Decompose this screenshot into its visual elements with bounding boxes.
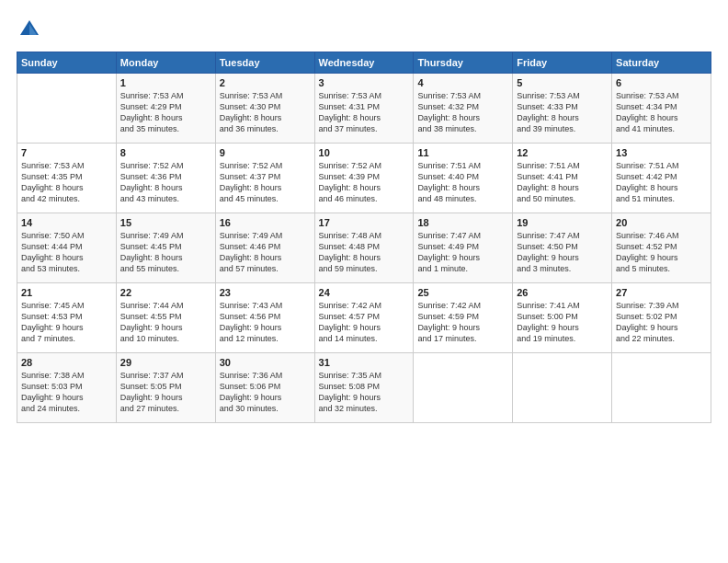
weekday-header-row: SundayMondayTuesdayWednesdayThursdayFrid… <box>17 52 711 74</box>
calendar-week-1: 1Sunrise: 7:53 AM Sunset: 4:29 PM Daylig… <box>17 74 711 144</box>
cell-details: Sunrise: 7:49 AM Sunset: 4:46 PM Dayligh… <box>220 230 311 275</box>
calendar-cell: 29Sunrise: 7:37 AM Sunset: 5:05 PM Dayli… <box>116 353 215 423</box>
calendar-cell: 9Sunrise: 7:52 AM Sunset: 4:37 PM Daylig… <box>215 144 314 213</box>
calendar-cell: 11Sunrise: 7:51 AM Sunset: 4:40 PM Dayli… <box>414 144 513 213</box>
cell-details: Sunrise: 7:47 AM Sunset: 4:50 PM Dayligh… <box>517 230 608 275</box>
date-number: 21 <box>21 287 112 298</box>
cell-details: Sunrise: 7:53 AM Sunset: 4:35 PM Dayligh… <box>21 160 112 205</box>
cell-details: Sunrise: 7:52 AM Sunset: 4:36 PM Dayligh… <box>120 160 211 205</box>
calendar-cell: 7Sunrise: 7:53 AM Sunset: 4:35 PM Daylig… <box>17 144 117 213</box>
calendar-cell: 22Sunrise: 7:44 AM Sunset: 4:55 PM Dayli… <box>116 283 215 353</box>
calendar-week-3: 14Sunrise: 7:50 AM Sunset: 4:44 PM Dayli… <box>17 213 711 283</box>
date-number: 13 <box>616 147 707 158</box>
cell-details: Sunrise: 7:50 AM Sunset: 4:44 PM Dayligh… <box>21 230 112 275</box>
header <box>17 17 711 42</box>
logo-icon <box>17 17 42 42</box>
date-number: 30 <box>220 357 311 368</box>
date-number: 16 <box>220 217 311 228</box>
calendar-cell: 20Sunrise: 7:46 AM Sunset: 4:52 PM Dayli… <box>612 213 711 283</box>
calendar-cell: 26Sunrise: 7:41 AM Sunset: 5:00 PM Dayli… <box>513 283 612 353</box>
date-number: 27 <box>616 287 707 298</box>
calendar-cell: 30Sunrise: 7:36 AM Sunset: 5:06 PM Dayli… <box>215 353 314 423</box>
calendar-cell: 28Sunrise: 7:38 AM Sunset: 5:03 PM Dayli… <box>17 353 117 423</box>
date-number: 8 <box>120 147 211 158</box>
cell-details: Sunrise: 7:37 AM Sunset: 5:05 PM Dayligh… <box>120 370 211 415</box>
date-number: 2 <box>220 77 311 88</box>
date-number: 29 <box>120 357 211 368</box>
cell-details: Sunrise: 7:35 AM Sunset: 5:08 PM Dayligh… <box>319 370 410 415</box>
date-number: 12 <box>517 147 608 158</box>
calendar-cell: 16Sunrise: 7:49 AM Sunset: 4:46 PM Dayli… <box>215 213 314 283</box>
date-number: 17 <box>319 217 410 228</box>
calendar-cell: 27Sunrise: 7:39 AM Sunset: 5:02 PM Dayli… <box>612 283 711 353</box>
weekday-monday: Monday <box>116 52 215 74</box>
calendar-cell: 1Sunrise: 7:53 AM Sunset: 4:29 PM Daylig… <box>116 74 215 144</box>
cell-details: Sunrise: 7:41 AM Sunset: 5:00 PM Dayligh… <box>517 300 608 345</box>
calendar-cell: 6Sunrise: 7:53 AM Sunset: 4:34 PM Daylig… <box>612 74 711 144</box>
date-number: 6 <box>616 77 707 88</box>
date-number: 26 <box>517 287 608 298</box>
calendar-cell: 18Sunrise: 7:47 AM Sunset: 4:49 PM Dayli… <box>414 213 513 283</box>
cell-details: Sunrise: 7:38 AM Sunset: 5:03 PM Dayligh… <box>21 370 112 415</box>
cell-details: Sunrise: 7:47 AM Sunset: 4:49 PM Dayligh… <box>417 230 508 275</box>
calendar-cell <box>513 353 612 423</box>
cell-details: Sunrise: 7:53 AM Sunset: 4:31 PM Dayligh… <box>319 90 410 135</box>
calendar-cell: 2Sunrise: 7:53 AM Sunset: 4:30 PM Daylig… <box>215 74 314 144</box>
calendar-cell <box>17 74 117 144</box>
cell-details: Sunrise: 7:43 AM Sunset: 4:56 PM Dayligh… <box>220 300 311 345</box>
date-number: 24 <box>319 287 410 298</box>
date-number: 25 <box>417 287 508 298</box>
calendar-week-5: 28Sunrise: 7:38 AM Sunset: 5:03 PM Dayli… <box>17 353 711 423</box>
calendar-cell <box>414 353 513 423</box>
date-number: 23 <box>220 287 311 298</box>
cell-details: Sunrise: 7:39 AM Sunset: 5:02 PM Dayligh… <box>616 300 707 345</box>
calendar-cell: 24Sunrise: 7:42 AM Sunset: 4:57 PM Dayli… <box>314 283 414 353</box>
page: SundayMondayTuesdayWednesdayThursdayFrid… <box>0 0 728 563</box>
cell-details: Sunrise: 7:45 AM Sunset: 4:53 PM Dayligh… <box>21 300 112 345</box>
calendar-cell: 31Sunrise: 7:35 AM Sunset: 5:08 PM Dayli… <box>314 353 414 423</box>
cell-details: Sunrise: 7:36 AM Sunset: 5:06 PM Dayligh… <box>220 370 311 415</box>
date-number: 3 <box>319 77 410 88</box>
cell-details: Sunrise: 7:51 AM Sunset: 4:40 PM Dayligh… <box>417 160 508 205</box>
calendar-cell: 10Sunrise: 7:52 AM Sunset: 4:39 PM Dayli… <box>314 144 414 213</box>
date-number: 28 <box>21 357 112 368</box>
date-number: 9 <box>220 147 311 158</box>
calendar-cell <box>612 353 711 423</box>
weekday-saturday: Saturday <box>612 52 711 74</box>
calendar-week-4: 21Sunrise: 7:45 AM Sunset: 4:53 PM Dayli… <box>17 283 711 353</box>
cell-details: Sunrise: 7:48 AM Sunset: 4:48 PM Dayligh… <box>319 230 410 275</box>
calendar-cell: 23Sunrise: 7:43 AM Sunset: 4:56 PM Dayli… <box>215 283 314 353</box>
calendar-cell: 5Sunrise: 7:53 AM Sunset: 4:33 PM Daylig… <box>513 74 612 144</box>
date-number: 11 <box>417 147 508 158</box>
weekday-sunday: Sunday <box>17 52 117 74</box>
cell-details: Sunrise: 7:53 AM Sunset: 4:32 PM Dayligh… <box>417 90 508 135</box>
calendar-week-2: 7Sunrise: 7:53 AM Sunset: 4:35 PM Daylig… <box>17 144 711 213</box>
weekday-tuesday: Tuesday <box>215 52 314 74</box>
date-number: 7 <box>21 147 112 158</box>
cell-details: Sunrise: 7:53 AM Sunset: 4:29 PM Dayligh… <box>120 90 211 135</box>
calendar-cell: 14Sunrise: 7:50 AM Sunset: 4:44 PM Dayli… <box>17 213 117 283</box>
calendar-table: SundayMondayTuesdayWednesdayThursdayFrid… <box>17 52 711 423</box>
cell-details: Sunrise: 7:42 AM Sunset: 4:57 PM Dayligh… <box>319 300 410 345</box>
date-number: 14 <box>21 217 112 228</box>
logo <box>17 17 46 42</box>
calendar-cell: 12Sunrise: 7:51 AM Sunset: 4:41 PM Dayli… <box>513 144 612 213</box>
calendar-cell: 25Sunrise: 7:42 AM Sunset: 4:59 PM Dayli… <box>414 283 513 353</box>
date-number: 1 <box>120 77 211 88</box>
date-number: 4 <box>417 77 508 88</box>
cell-details: Sunrise: 7:52 AM Sunset: 4:39 PM Dayligh… <box>319 160 410 205</box>
calendar-cell: 8Sunrise: 7:52 AM Sunset: 4:36 PM Daylig… <box>116 144 215 213</box>
cell-details: Sunrise: 7:53 AM Sunset: 4:34 PM Dayligh… <box>616 90 707 135</box>
cell-details: Sunrise: 7:51 AM Sunset: 4:42 PM Dayligh… <box>616 160 707 205</box>
cell-details: Sunrise: 7:44 AM Sunset: 4:55 PM Dayligh… <box>120 300 211 345</box>
date-number: 18 <box>417 217 508 228</box>
weekday-friday: Friday <box>513 52 612 74</box>
calendar-cell: 19Sunrise: 7:47 AM Sunset: 4:50 PM Dayli… <box>513 213 612 283</box>
weekday-thursday: Thursday <box>414 52 513 74</box>
calendar-cell: 17Sunrise: 7:48 AM Sunset: 4:48 PM Dayli… <box>314 213 414 283</box>
calendar-cell: 13Sunrise: 7:51 AM Sunset: 4:42 PM Dayli… <box>612 144 711 213</box>
date-number: 31 <box>319 357 410 368</box>
calendar-cell: 4Sunrise: 7:53 AM Sunset: 4:32 PM Daylig… <box>414 74 513 144</box>
calendar-cell: 21Sunrise: 7:45 AM Sunset: 4:53 PM Dayli… <box>17 283 117 353</box>
calendar-cell: 3Sunrise: 7:53 AM Sunset: 4:31 PM Daylig… <box>314 74 414 144</box>
